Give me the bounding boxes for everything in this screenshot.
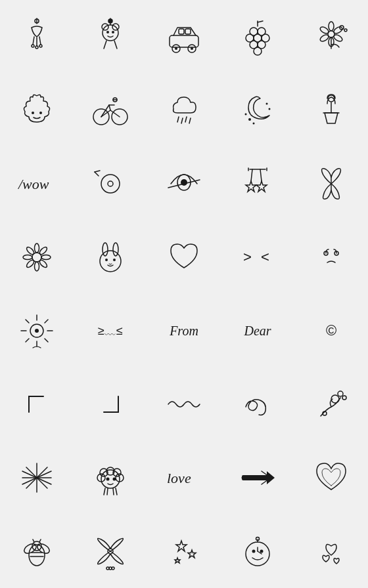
svg-line-124 (107, 488, 108, 495)
svg-point-33 (254, 47, 262, 55)
svg-line-66 (95, 171, 100, 172)
svg-point-44 (32, 112, 34, 114)
svg-point-148 (246, 542, 269, 566)
svg-line-51 (177, 117, 179, 122)
emoji-grid: /wow (0, 0, 368, 588)
svg-point-5 (32, 45, 34, 47)
svg-rect-21 (185, 29, 191, 34)
svg-line-4 (39, 37, 41, 45)
svg-line-126 (116, 488, 117, 495)
svg-point-138 (38, 544, 40, 546)
svg-point-82 (41, 255, 51, 260)
svg-point-84 (35, 262, 39, 271)
svg-line-125 (113, 488, 114, 495)
svg-point-85 (26, 259, 35, 268)
cell-heart-outline[interactable] (294, 441, 368, 514)
svg-point-58 (253, 123, 255, 125)
cell-hearts-small[interactable] (294, 514, 368, 588)
svg-point-104 (35, 329, 39, 333)
svg-point-67 (108, 181, 113, 186)
cell-cursive-swirl[interactable] (221, 368, 294, 441)
wavy-expr-label: ≥﹏≤ (98, 323, 123, 339)
cell-wavy-expression[interactable]: ≥﹏≤ (74, 294, 147, 368)
svg-marker-146 (188, 550, 196, 558)
svg-point-64 (101, 175, 120, 193)
svg-point-6 (35, 46, 38, 49)
svg-line-123 (104, 488, 105, 495)
cell-asterisk[interactable] (0, 441, 74, 514)
cell-heart[interactable] (147, 220, 221, 294)
svg-point-89 (103, 243, 108, 256)
svg-line-53 (185, 117, 187, 122)
cell-flower-pot[interactable] (294, 74, 368, 147)
cell-bicycle[interactable] (74, 74, 147, 147)
svg-point-14 (112, 31, 114, 33)
svg-line-101 (45, 339, 48, 342)
svg-point-39 (319, 33, 330, 43)
cell-love-text[interactable]: love (147, 441, 221, 514)
svg-line-72 (251, 169, 252, 181)
svg-point-106 (338, 391, 343, 396)
svg-line-139 (33, 539, 34, 542)
cell-hanging-stars[interactable] (221, 147, 294, 220)
cell-from-text[interactable]: From (147, 294, 221, 368)
cell-butterfly[interactable] (294, 147, 368, 220)
svg-line-100 (26, 320, 29, 323)
cell-corner-br[interactable] (74, 368, 147, 441)
svg-line-15 (104, 41, 106, 49)
cell-spinning-circle[interactable] (74, 147, 147, 220)
cell-bee[interactable] (0, 514, 74, 588)
cell-poop[interactable] (0, 74, 74, 147)
cell-rain-cloud[interactable] (147, 74, 221, 147)
cell-corner-tl[interactable] (0, 368, 74, 441)
svg-point-45 (39, 112, 42, 114)
svg-marker-145 (176, 541, 187, 551)
svg-point-37 (333, 33, 343, 43)
cell-dear-text[interactable]: Dear (221, 294, 294, 368)
cell-wow-text[interactable]: /wow (0, 147, 74, 220)
svg-point-80 (35, 243, 39, 253)
cell-hanging-bear[interactable] (74, 0, 147, 74)
cell-gt-lt[interactable]: > < (221, 220, 294, 294)
cell-flower-branch[interactable] (294, 368, 368, 441)
svg-line-25 (258, 21, 263, 22)
cell-arrow-right[interactable] (221, 441, 294, 514)
cell-bow[interactable] (74, 514, 147, 588)
svg-text:love: love (167, 470, 191, 486)
cell-sad-face[interactable] (294, 220, 368, 294)
svg-line-2 (33, 37, 34, 45)
svg-line-52 (181, 118, 183, 123)
svg-point-150 (260, 550, 264, 553)
cell-moon-stars[interactable] (221, 74, 294, 147)
cell-car[interactable] (147, 0, 221, 74)
cell-grapes[interactable] (221, 0, 294, 74)
cell-sun[interactable] (0, 294, 74, 368)
svg-point-57 (269, 108, 271, 110)
cell-bunny[interactable] (74, 220, 147, 294)
cell-clock-face[interactable] (221, 514, 294, 588)
svg-point-131 (29, 545, 45, 566)
cell-daisy[interactable] (0, 220, 74, 294)
cell-eye[interactable] (147, 147, 221, 220)
cell-copyright[interactable]: © (294, 294, 368, 368)
cell-lamb[interactable] (74, 441, 147, 514)
svg-rect-20 (179, 29, 184, 34)
cell-stars[interactable] (147, 514, 221, 588)
svg-point-9 (108, 19, 112, 23)
svg-point-40 (319, 26, 330, 35)
svg-marker-130 (267, 471, 275, 484)
svg-point-86 (23, 255, 32, 260)
svg-point-121 (106, 478, 110, 481)
svg-line-54 (189, 118, 191, 123)
svg-line-103 (26, 339, 29, 342)
cell-flower-small[interactable] (294, 0, 368, 74)
svg-point-91 (105, 259, 108, 261)
dear-label: Dear (244, 324, 271, 339)
svg-point-56 (266, 103, 268, 105)
svg-point-22 (175, 47, 177, 50)
svg-point-7 (39, 45, 42, 47)
svg-point-149 (252, 550, 256, 553)
cell-wind-chime[interactable] (0, 0, 74, 74)
svg-point-137 (34, 544, 36, 546)
cell-wavy-line[interactable] (147, 368, 221, 441)
